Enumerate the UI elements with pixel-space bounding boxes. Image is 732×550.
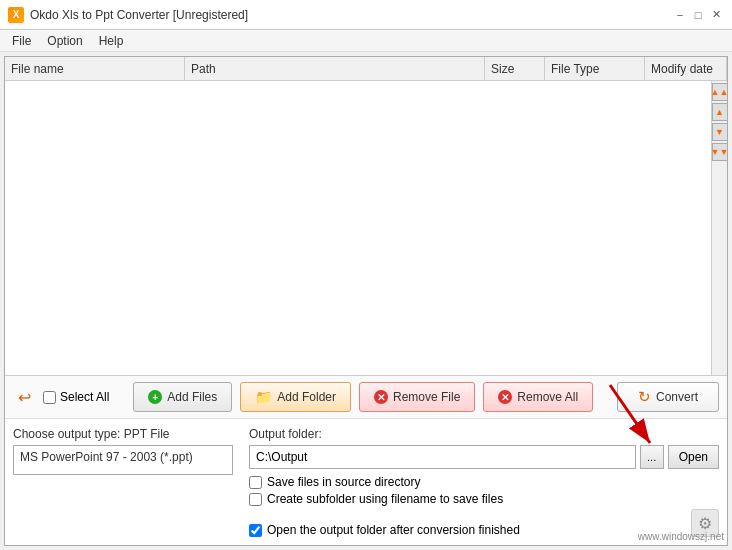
output-type-value: MS PowerPoint 97 - 2003 (*.ppt) [13, 445, 233, 475]
maximize-button[interactable]: □ [690, 7, 706, 23]
title-bar: X Okdo Xls to Ppt Converter [Unregistere… [0, 0, 732, 30]
output-type-panel: Choose output type: PPT File MS PowerPoi… [13, 427, 233, 537]
create-subfolder-text: Create subfolder using filename to save … [267, 492, 503, 506]
open-output-folder-checkbox[interactable] [249, 524, 262, 537]
window-controls: − □ ✕ [672, 7, 724, 23]
menu-help[interactable]: Help [91, 30, 132, 51]
open-output-folder-text: Open the output folder after conversion … [267, 523, 520, 537]
minimize-button[interactable]: − [672, 7, 688, 23]
col-header-path: Path [185, 57, 485, 80]
output-type-label: Choose output type: PPT File [13, 427, 233, 441]
save-in-source-text: Save files in source directory [267, 475, 420, 489]
open-output-folder-label[interactable]: Open the output folder after conversion … [249, 523, 691, 537]
convert-icon: ↻ [638, 388, 651, 406]
scroll-bottom-btn[interactable]: ▼▼ [712, 143, 728, 161]
output-folder-panel: Output folder: ... Open [249, 427, 719, 537]
file-table-body: ▲▲ ▲ ▼ ▼▼ [5, 81, 727, 375]
add-files-icon: + [148, 390, 162, 404]
scroll-up-btn[interactable]: ▲ [712, 103, 728, 121]
remove-file-icon: ✕ [374, 390, 388, 404]
app-icon: X [8, 7, 24, 23]
add-files-button[interactable]: + Add Files [133, 382, 232, 412]
back-icon[interactable]: ↩ [13, 386, 35, 408]
menu-file[interactable]: File [4, 30, 39, 51]
select-all-checkbox[interactable] [43, 391, 56, 404]
save-in-source-checkbox[interactable] [249, 476, 262, 489]
save-in-source-label[interactable]: Save files in source directory [249, 475, 719, 489]
output-folder-row: ... Open [249, 445, 719, 469]
close-button[interactable]: ✕ [708, 7, 724, 23]
col-header-filename: File name [5, 57, 185, 80]
options-area: Choose output type: PPT File MS PowerPoi… [5, 419, 727, 545]
toolbar-area: ↩ Select All + Add Files 📁 Add Folder ✕ … [5, 376, 727, 419]
table-scrollbar[interactable]: ▲▲ ▲ ▼ ▼▼ [711, 81, 727, 375]
file-table-wrapper: File name Path Size File Type Modify dat… [5, 57, 727, 376]
add-folder-button[interactable]: 📁 Add Folder [240, 382, 351, 412]
open-folder-button[interactable]: Open [668, 445, 719, 469]
create-subfolder-label[interactable]: Create subfolder using filename to save … [249, 492, 719, 506]
select-all-checkbox-label[interactable]: Select All [43, 390, 109, 404]
browse-button[interactable]: ... [640, 445, 664, 469]
watermark: www.windowszj.net [638, 531, 724, 542]
col-header-filetype: File Type [545, 57, 645, 80]
file-table-header: File name Path Size File Type Modify dat… [5, 57, 727, 81]
menu-bar: File Option Help [0, 30, 732, 52]
menu-option[interactable]: Option [39, 30, 90, 51]
remove-all-icon: ✕ [498, 390, 512, 404]
scroll-down-btn[interactable]: ▼ [712, 123, 728, 141]
create-subfolder-checkbox[interactable] [249, 493, 262, 506]
scroll-top-btn[interactable]: ▲▲ [712, 83, 728, 101]
col-header-size: Size [485, 57, 545, 80]
col-header-modifydate: Modify date [645, 57, 727, 80]
convert-button[interactable]: ↻ Convert [617, 382, 719, 412]
output-folder-input[interactable] [249, 445, 636, 469]
output-folder-label: Output folder: [249, 427, 719, 441]
remove-file-button[interactable]: ✕ Remove File [359, 382, 475, 412]
select-all-label: Select All [60, 390, 109, 404]
options-checkboxes: Save files in source directory Create su… [249, 475, 719, 537]
main-window: File name Path Size File Type Modify dat… [4, 56, 728, 546]
window-title: Okdo Xls to Ppt Converter [Unregistered] [30, 8, 672, 22]
remove-all-button[interactable]: ✕ Remove All [483, 382, 593, 412]
folder-icon: 📁 [255, 389, 272, 405]
